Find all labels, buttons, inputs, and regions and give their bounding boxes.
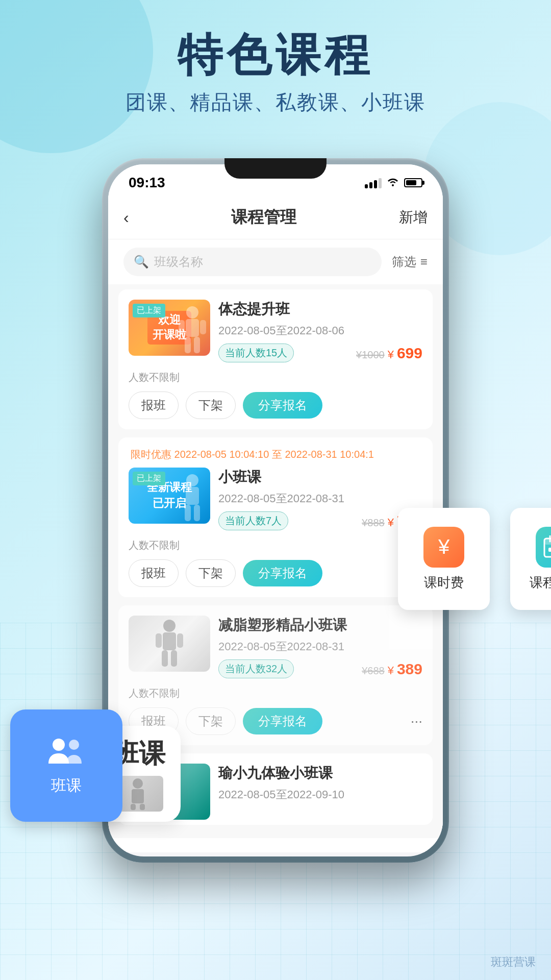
share-button-3[interactable]: 分享报名 bbox=[243, 708, 322, 734]
lessons-fee-icon: ¥ bbox=[423, 527, 464, 568]
svg-rect-14 bbox=[156, 633, 162, 648]
price-original-3: ¥688 bbox=[362, 665, 385, 677]
signup-button-1[interactable]: 报班 bbox=[129, 391, 179, 419]
svg-point-0 bbox=[186, 306, 198, 318]
price-current-3: 389 bbox=[397, 660, 422, 678]
capacity-2: 人数不限制 bbox=[129, 538, 180, 552]
svg-rect-3 bbox=[194, 337, 200, 353]
status-time: 09:13 bbox=[129, 175, 165, 191]
svg-rect-5 bbox=[200, 320, 206, 334]
course-date-4: 2022-08-05至2022-09-10 bbox=[218, 787, 422, 802]
course-title-2: 小班课 bbox=[218, 468, 422, 487]
course-mgmt-label: 课程管理 bbox=[530, 574, 551, 592]
svg-point-24 bbox=[69, 740, 79, 750]
svg-rect-20 bbox=[548, 548, 551, 552]
capacity-1: 人数不限制 bbox=[129, 371, 180, 384]
course-title-1: 体态提升班 bbox=[218, 300, 422, 319]
main-title: 特色课程 bbox=[0, 31, 551, 80]
svg-rect-26 bbox=[132, 789, 144, 803]
search-placeholder: 班级名称 bbox=[154, 254, 203, 270]
svg-rect-4 bbox=[179, 320, 185, 334]
share-button-2[interactable]: 分享报名 bbox=[243, 560, 322, 586]
course-footer-meta-3: 人数不限制 bbox=[129, 687, 422, 700]
course-footer-meta-1: 人数不限制 bbox=[129, 371, 422, 384]
svg-rect-9 bbox=[194, 505, 200, 521]
lessons-fee-label: 课时费 bbox=[424, 574, 464, 592]
svg-point-10 bbox=[163, 620, 176, 632]
course-mgmt-icon bbox=[536, 527, 551, 568]
price-symbol-1: ¥ bbox=[388, 348, 394, 361]
course-card-2: 限时优惠 2022-08-05 10:04:10 至 2022-08-31 10… bbox=[118, 437, 433, 597]
course-info-4: 瑜小九体验小班课 2022-08-05至2022-09-10 bbox=[218, 764, 422, 820]
shelved-badge-2: 已上架 bbox=[133, 472, 165, 485]
course-image-1: 已上架 欢迎开课啦 bbox=[129, 300, 210, 356]
nav-bar: ‹ 课程管理 新增 bbox=[108, 196, 443, 239]
more-button-3[interactable]: ··· bbox=[411, 713, 422, 729]
shelve-button-3[interactable]: 下架 bbox=[186, 707, 236, 735]
course-image-2: 已上架 全新课程已开启 bbox=[129, 468, 210, 524]
float-card-class[interactable]: 班课 bbox=[10, 709, 122, 822]
shelve-button-2[interactable]: 下架 bbox=[186, 559, 236, 587]
price-symbol-3: ¥ bbox=[388, 664, 394, 677]
filter-icon: ≡ bbox=[420, 255, 428, 269]
svg-point-6 bbox=[186, 474, 198, 486]
svg-rect-27 bbox=[131, 804, 136, 810]
float-card-lessons-fee[interactable]: ¥ 课时费 bbox=[398, 508, 490, 610]
capacity-3: 人数不限制 bbox=[129, 687, 180, 700]
search-input-container[interactable]: 🔍 班级名称 bbox=[123, 248, 382, 276]
yuan-icon: ¥ bbox=[438, 535, 449, 558]
price-area-3: ¥688 ¥ 389 bbox=[362, 660, 422, 678]
course-info-1: 体态提升班 2022-08-05至2022-08-06 当前人数15人 ¥100… bbox=[218, 300, 422, 362]
share-button-1[interactable]: 分享报名 bbox=[243, 392, 322, 419]
watermark: 斑斑营课 bbox=[491, 954, 536, 970]
add-button[interactable]: 新增 bbox=[399, 208, 428, 227]
class-people-icon bbox=[46, 736, 87, 771]
back-button[interactable]: ‹ bbox=[123, 208, 129, 227]
price-original-2: ¥888 bbox=[362, 517, 385, 529]
course-actions-1: 报班 下架 分享报名 bbox=[129, 391, 422, 419]
svg-rect-12 bbox=[162, 650, 168, 667]
signal-icon bbox=[365, 177, 382, 188]
current-people-3: 当前人数32人 bbox=[218, 659, 294, 678]
course-actions-2: 报班 下架 分享报名 ··· bbox=[129, 559, 422, 587]
svg-rect-15 bbox=[177, 633, 183, 648]
price-current-1: 699 bbox=[397, 345, 422, 362]
current-people-1: 当前人数15人 bbox=[218, 344, 294, 362]
page-title: 课程管理 bbox=[231, 206, 296, 229]
svg-rect-2 bbox=[185, 337, 191, 353]
course-footer-meta-2: 人数不限制 bbox=[129, 538, 422, 552]
status-icons bbox=[365, 176, 422, 189]
shelved-badge-1: 已上架 bbox=[133, 304, 165, 317]
filter-button[interactable]: 筛选 ≡ bbox=[392, 254, 428, 270]
float-card-course-mgmt[interactable]: 课程管理 bbox=[510, 508, 551, 610]
svg-point-25 bbox=[133, 778, 143, 789]
phone-mockup: 09:13 bbox=[102, 158, 449, 863]
course-date-1: 2022-08-05至2022-08-06 bbox=[218, 323, 422, 338]
current-people-2: 当前人数7人 bbox=[218, 511, 288, 530]
mini-figure-icon bbox=[122, 777, 153, 811]
phone-notch bbox=[224, 158, 327, 179]
wifi-icon bbox=[387, 176, 399, 189]
class-card-label: 班课 bbox=[51, 775, 82, 796]
course-date-3: 2022-08-05至2022-08-31 bbox=[218, 639, 422, 654]
course-card-3: 减脂塑形精品小班课 2022-08-05至2022-08-31 当前人数32人 … bbox=[118, 605, 433, 745]
shelve-button-1[interactable]: 下架 bbox=[186, 391, 236, 419]
price-area-1: ¥1000 ¥ 699 bbox=[356, 345, 422, 362]
price-symbol-2: ¥ bbox=[388, 516, 394, 529]
battery-icon bbox=[404, 178, 422, 187]
svg-rect-28 bbox=[140, 804, 145, 810]
course-card-1: 已上架 欢迎开课啦 bbox=[118, 289, 433, 429]
svg-rect-7 bbox=[186, 487, 199, 505]
search-icon: 🔍 bbox=[134, 255, 149, 269]
price-original-1: ¥1000 bbox=[356, 349, 385, 361]
sub-title: 团课、精品课、私教课、小班课 bbox=[0, 88, 551, 116]
svg-rect-13 bbox=[171, 650, 177, 667]
filter-label: 筛选 bbox=[392, 254, 416, 270]
course-info-3: 减脂塑形精品小班课 2022-08-05至2022-08-31 当前人数32人 … bbox=[218, 616, 422, 678]
course-title-3: 减脂塑形精品小班课 bbox=[218, 616, 422, 635]
promo-text-2: 限时优惠 2022-08-05 10:04:10 至 2022-08-31 10… bbox=[129, 448, 422, 461]
svg-rect-11 bbox=[163, 632, 176, 650]
svg-rect-8 bbox=[185, 505, 191, 521]
course-info-2: 小班课 2022-08-05至2022-08-31 当前人数7人 ¥888 ¥ … bbox=[218, 468, 422, 530]
signup-button-2[interactable]: 报班 bbox=[129, 559, 179, 587]
